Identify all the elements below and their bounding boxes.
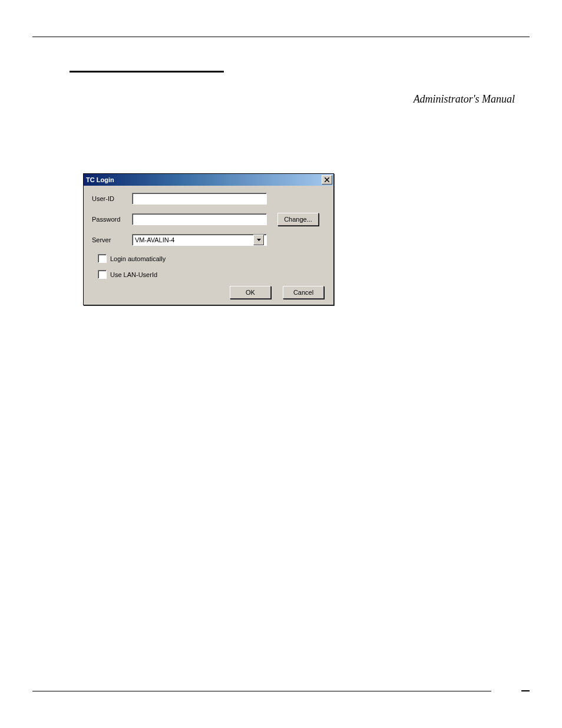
close-icon bbox=[325, 177, 329, 182]
login-automatically-checkbox[interactable] bbox=[98, 254, 107, 263]
chevron-down-icon bbox=[257, 239, 261, 241]
cancel-button[interactable]: Cancel bbox=[283, 286, 324, 299]
header-right-text: Administrator's Manual bbox=[414, 93, 515, 106]
svg-marker-2 bbox=[257, 239, 261, 241]
dialog-title: TC Login bbox=[86, 176, 114, 183]
top-rule bbox=[32, 37, 530, 37]
server-label: Server bbox=[92, 236, 132, 243]
userid-input[interactable] bbox=[132, 193, 267, 205]
login-automatically-label: Login automatically bbox=[110, 255, 166, 262]
server-combobox[interactable]: VM-AVALIN-4 bbox=[132, 234, 267, 246]
server-value: VM-AVALIN-4 bbox=[135, 236, 253, 243]
use-lan-userid-checkbox[interactable] bbox=[98, 270, 107, 279]
password-label: Password bbox=[92, 216, 132, 223]
close-button[interactable] bbox=[322, 175, 332, 185]
section-rule bbox=[70, 71, 224, 73]
login-dialog: TC Login User-ID Password Change... bbox=[83, 173, 334, 305]
userid-label: User-ID bbox=[92, 195, 132, 202]
ok-button[interactable]: OK bbox=[230, 286, 271, 299]
bottom-rule bbox=[32, 691, 491, 691]
footer-dash bbox=[521, 690, 530, 691]
use-lan-userid-label: Use LAN-UserId bbox=[110, 271, 157, 278]
titlebar: TC Login bbox=[84, 174, 333, 186]
server-dropdown-button[interactable] bbox=[253, 235, 264, 245]
change-button[interactable]: Change... bbox=[277, 213, 319, 226]
password-input[interactable] bbox=[132, 213, 267, 225]
